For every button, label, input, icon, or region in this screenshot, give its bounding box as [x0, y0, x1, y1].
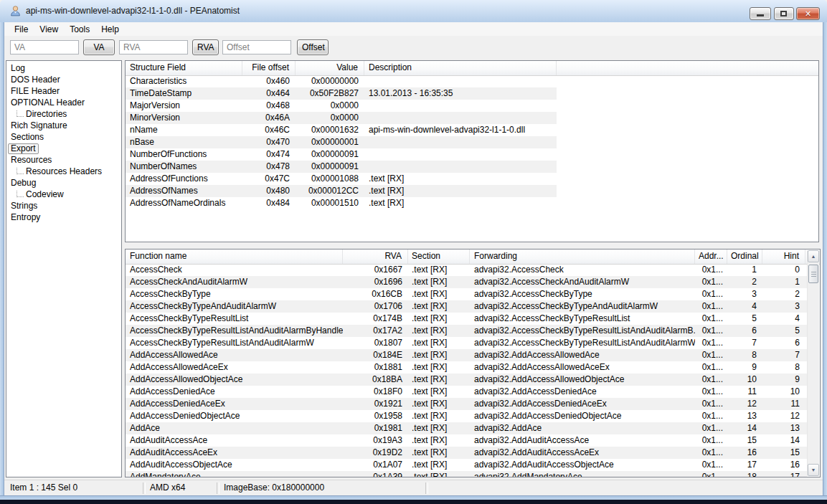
sidebar-item[interactable]: Resources Headers: [6, 166, 121, 177]
table-row[interactable]: NumberOfFunctions 0x474 0x00000091: [126, 148, 557, 161]
sidebar-item[interactable]: Export: [6, 143, 121, 154]
column-header-rva[interactable]: RVA: [343, 249, 408, 264]
window-border-right: [823, 22, 827, 495]
table-row[interactable]: AccessCheckByType 0x16CB .text [RX] adva…: [126, 288, 807, 300]
cell-ordinal: 1: [727, 264, 762, 276]
menu-item[interactable]: View: [34, 23, 64, 37]
table-row[interactable]: AccessCheckByTypeResultListAndAuditAlarm…: [126, 325, 807, 337]
column-header-function-name[interactable]: Function name: [126, 249, 343, 264]
close-button[interactable]: ✕: [796, 7, 820, 20]
menu-item[interactable]: Tools: [64, 23, 95, 37]
table-row[interactable]: TimeDateStamp 0x464 0x50F2B827 13.01.201…: [126, 87, 557, 100]
rva-input[interactable]: [119, 40, 188, 54]
table-row[interactable]: AddAce 0x1981 .text [RX] advapi32.AddAce…: [126, 422, 807, 434]
table-row[interactable]: AddAuditAccessAceEx 0x19D2 .text [RX] ad…: [126, 447, 807, 459]
table-row[interactable]: AccessCheckByTypeResultListAndAuditAlarm…: [126, 337, 807, 349]
sidebar-item[interactable]: Codeview: [6, 189, 121, 200]
table-row[interactable]: AddAccessAllowedAceEx 0x1881 .text [RX] …: [126, 361, 807, 374]
table-row[interactable]: AddAccessAllowedAce 0x184E .text [RX] ad…: [126, 349, 807, 361]
sidebar-item[interactable]: Debug: [6, 177, 121, 189]
cell-rva: 0x1921: [343, 398, 408, 410]
column-header-hint[interactable]: Hint: [762, 249, 805, 264]
column-header-value[interactable]: Value: [296, 61, 364, 75]
cell-structure-field: Characteristics: [126, 75, 242, 87]
table-row[interactable]: AddAccessDeniedAce 0x18F0 .text [RX] adv…: [126, 386, 807, 398]
table-row[interactable]: AddAuditAccessAce 0x19A3 .text [RX] adva…: [126, 434, 807, 447]
cell-address: 0x1...: [695, 410, 727, 422]
table-row[interactable]: AccessCheckAndAuditAlarmW 0x1696 .text […: [126, 276, 807, 288]
cell-section: .text [RX]: [408, 300, 470, 313]
table-row[interactable]: Characteristics 0x460 0x00000000: [126, 75, 557, 87]
minimize-button[interactable]: [750, 7, 771, 20]
cell-section: .text [RX]: [408, 410, 470, 422]
column-header-ordinal[interactable]: Ordinal: [727, 249, 762, 264]
column-header-section[interactable]: Section: [408, 249, 470, 264]
cell-value: 0x00001510: [296, 197, 364, 209]
restore-button[interactable]: [774, 7, 794, 20]
scrollbar-thumb[interactable]: [808, 265, 818, 283]
sidebar-item[interactable]: Entropy: [6, 211, 121, 223]
menu-item[interactable]: File: [9, 23, 34, 37]
table-row[interactable]: AddressOfNames 0x480 0x000012CC .text [R…: [126, 185, 557, 197]
cell-file-offset: 0x464: [242, 87, 296, 100]
table-row[interactable]: AddMandatoryAce 0x1A39 .text [RX] advapi…: [126, 471, 807, 477]
cell-function-name: AccessCheckByTypeResultListAndAuditAlarm…: [126, 325, 343, 337]
scroll-up-button[interactable]: ▲: [808, 250, 819, 262]
table-row[interactable]: AddAccessAllowedObjectAce 0x18BA .text […: [126, 374, 807, 386]
cell-address: 0x1...: [695, 471, 727, 477]
cell-hint: 9: [762, 374, 805, 386]
column-header-structure-field[interactable]: Structure Field: [126, 61, 242, 75]
table-row[interactable]: AccessCheckByTypeResultList 0x174B .text…: [126, 313, 807, 325]
vertical-scrollbar[interactable]: ▲ ▼: [807, 250, 819, 476]
sidebar-item[interactable]: Rich Signature: [6, 120, 121, 131]
sidebar-item[interactable]: Log: [6, 62, 121, 74]
va-button[interactable]: VA: [83, 39, 115, 55]
export-table-header: Function name RVA Section Forwarding Add…: [126, 249, 820, 265]
cell-description: [364, 75, 557, 87]
table-row[interactable]: MajorVersion 0x468 0x0000: [126, 100, 557, 112]
cell-address: 0x1...: [695, 434, 727, 447]
table-row[interactable]: NumberOfNames 0x478 0x00000091: [126, 161, 557, 173]
sidebar-item[interactable]: Resources: [6, 154, 121, 166]
column-header-address[interactable]: Addr...: [695, 249, 727, 264]
sidebar-item[interactable]: OPTIONAL Header: [6, 97, 121, 108]
sidebar-item[interactable]: Directories: [6, 108, 121, 120]
table-row[interactable]: AccessCheck 0x1667 .text [RX] advapi32.A…: [126, 264, 807, 276]
column-header-file-offset[interactable]: File offset: [242, 61, 296, 75]
cell-forwarding: advapi32.AddAccessDeniedAceEx: [470, 398, 695, 410]
table-row[interactable]: AddAccessDeniedAceEx 0x1921 .text [RX] a…: [126, 398, 807, 410]
cell-address: 0x1...: [695, 459, 727, 471]
column-header-description[interactable]: Description: [364, 61, 557, 75]
cell-function-name: AccessCheckByTypeResultListAndAuditAlarm…: [126, 337, 343, 349]
column-header-forwarding[interactable]: Forwarding: [470, 249, 695, 264]
table-row[interactable]: AddAuditAccessObjectAce 0x1A07 .text [RX…: [126, 459, 807, 471]
sidebar-item[interactable]: FILE Header: [6, 85, 121, 97]
cell-hint: 14: [762, 434, 805, 447]
table-row[interactable]: nName 0x46C 0x00001632 api-ms-win-downle…: [126, 124, 557, 136]
cell-forwarding: advapi32.AccessCheck: [470, 264, 695, 276]
table-row[interactable]: MinorVersion 0x46A 0x0000: [126, 112, 557, 124]
menu-item[interactable]: Help: [95, 23, 125, 37]
cell-section: .text [RX]: [408, 459, 470, 471]
sidebar-item[interactable]: Sections: [6, 131, 121, 143]
cell-ordinal: 3: [727, 288, 762, 300]
offset-input[interactable]: [222, 40, 291, 54]
scroll-down-button[interactable]: ▼: [808, 464, 819, 476]
titlebar[interactable]: api-ms-win-downlevel-advapi32-l1-1-0.dll…: [0, 0, 827, 23]
table-row[interactable]: nBase 0x470 0x00000001: [126, 136, 557, 148]
rva-button[interactable]: RVA: [192, 39, 219, 55]
table-row[interactable]: AddressOfNameOrdinals 0x484 0x00001510 .…: [126, 197, 557, 209]
column-header-blank: [557, 61, 818, 75]
table-row[interactable]: AccessCheckByTypeAndAuditAlarmW 0x1706 .…: [126, 300, 807, 313]
sidebar-item[interactable]: DOS Header: [6, 74, 121, 85]
cell-rva: 0x18BA: [343, 374, 408, 386]
cell-file-offset: 0x470: [242, 136, 296, 148]
sidebar-item[interactable]: Strings: [6, 200, 121, 211]
offset-button[interactable]: Offset: [297, 39, 329, 55]
cell-forwarding: advapi32.AddAccessDeniedAce: [470, 386, 695, 398]
table-row[interactable]: AddressOfFunctions 0x47C 0x00001088 .tex…: [126, 173, 557, 185]
cell-description: [364, 148, 557, 161]
table-row[interactable]: AddAccessDeniedObjectAce 0x1958 .text [R…: [126, 410, 807, 422]
va-input[interactable]: [10, 40, 79, 54]
cell-section: .text [RX]: [408, 386, 470, 398]
